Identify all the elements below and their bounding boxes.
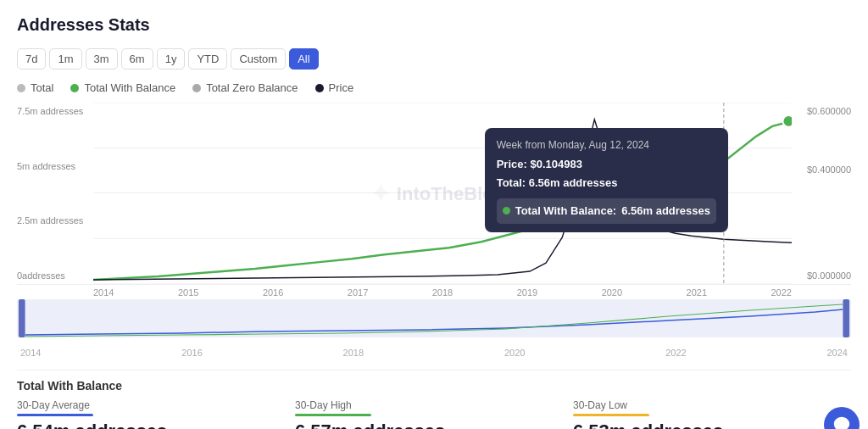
tooltip-highlight-label: Total With Balance: (515, 202, 617, 220)
legend-price: Price (315, 81, 354, 94)
time-filter-group: 7d 1m 3m 6m 1y YTD Custom All (17, 48, 851, 70)
y-right-label-00: $0.000000 (795, 270, 851, 281)
page-title: Addresses Stats (17, 15, 851, 35)
mini-x-2022: 2022 (665, 348, 686, 358)
y-axis-right: $0.600000 $0.400000 $0.000000 (792, 103, 851, 284)
x-label-2017: 2017 (348, 287, 368, 298)
mini-x-2014: 2014 (20, 348, 41, 358)
filter-1m[interactable]: 1m (49, 48, 81, 70)
filter-7d[interactable]: 7d (17, 48, 46, 70)
stats-section: Total With Balance 30-Day Average 6.54m … (17, 370, 851, 429)
tooltip-price: Price: $0.104983 (497, 155, 716, 174)
y-axis-left: 7.5m addresses 5m addresses 2.5m address… (17, 103, 93, 284)
tooltip-price-label: Price: (497, 158, 527, 170)
svg-rect-9 (843, 299, 849, 337)
stat-30day-avg: 30-Day Average 6.54m addresses (17, 399, 295, 429)
filter-all[interactable]: All (289, 48, 318, 70)
stat-30day-low: 30-Day Low 6.53m addresses Jul 16 2024 (573, 399, 851, 429)
tooltip-total-label: Total: (497, 176, 526, 189)
legend-total-label: Total (31, 81, 53, 94)
y-label-5m: 5m addresses (17, 161, 88, 171)
legend-total-with-balance: Total With Balance (70, 81, 175, 94)
mini-x-2024: 2024 (826, 348, 847, 358)
svg-rect-7 (17, 299, 851, 337)
stat-high-value: 6.57m addresses Aug 14 2024 (295, 421, 548, 429)
y-label-0: 0addresses (17, 270, 88, 281)
stat-low-number: 6.53m addresses (573, 421, 723, 429)
chart-wrapper: 7.5m addresses 5m addresses 2.5m address… (17, 103, 851, 358)
x-label-2022: 2022 (771, 287, 792, 298)
stat-high-header: 30-Day High (295, 399, 548, 411)
legend-total-dot (17, 84, 25, 92)
x-label-2020: 2020 (602, 287, 622, 298)
legend-balance-label: Total With Balance (84, 81, 175, 94)
tooltip-highlight-dot (503, 207, 510, 214)
legend-zero-dot (192, 84, 201, 92)
tooltip-total: Total: 6.56m addresses (497, 174, 716, 192)
mini-x-axis: 2014 2016 2018 2020 2022 2024 (17, 346, 851, 358)
filter-1y[interactable]: 1y (157, 48, 186, 70)
stat-low-underline (573, 414, 649, 416)
stat-avg-underline (17, 414, 93, 416)
legend-total: Total (17, 81, 53, 94)
mini-x-2016: 2016 (181, 348, 202, 358)
stat-low-value: 6.53m addresses Jul 16 2024 (573, 421, 826, 429)
chart-legend: Total Total With Balance Total Zero Bala… (17, 81, 851, 94)
stat-avg-header: 30-Day Average (17, 399, 270, 411)
filter-ytd[interactable]: YTD (188, 48, 227, 70)
stats-section-label: Total With Balance (17, 379, 851, 393)
filter-6m[interactable]: 6m (121, 48, 153, 70)
tooltip-highlight: Total With Balance: 6.56m addresses (497, 198, 716, 224)
tooltip-price-value: $0.104983 (530, 158, 581, 170)
x-label-2016: 2016 (263, 287, 283, 298)
x-label-2014: 2014 (93, 287, 114, 298)
stat-avg-number: 6.54m addresses (17, 421, 167, 429)
y-label-75m: 7.5m addresses (17, 106, 88, 116)
mini-x-2018: 2018 (343, 348, 364, 358)
legend-zero-label: Total Zero Balance (206, 81, 298, 94)
y-label-25m: 2.5m addresses (17, 215, 88, 226)
legend-zero-balance: Total Zero Balance (192, 81, 298, 94)
mini-chart[interactable] (17, 299, 851, 346)
legend-price-label: Price (329, 81, 354, 94)
stat-low-header: 30-Day Low (573, 399, 826, 411)
filter-3m[interactable]: 3m (86, 48, 118, 70)
tooltip-title: Week from Monday, Aug 12, 2024 (497, 136, 716, 153)
x-label-2019: 2019 (517, 287, 537, 298)
mini-x-2020: 2020 (504, 348, 525, 358)
stat-30day-high: 30-Day High 6.57m addresses Aug 14 2024 (295, 399, 573, 429)
chat-icon (832, 415, 851, 429)
filter-custom[interactable]: Custom (231, 48, 286, 70)
stat-high-underline (295, 414, 371, 416)
tooltip-total-value: 6.56m addresses (529, 176, 618, 189)
tooltip-highlight-value: 6.56m addresses (621, 202, 710, 220)
svg-point-6 (783, 115, 792, 127)
x-label-2021: 2021 (687, 287, 707, 298)
x-axis: 2014 2015 2016 2017 2018 2019 2020 2021 … (93, 285, 792, 298)
y-right-label-06: $0.600000 (795, 106, 851, 116)
stat-high-number: 6.57m addresses (295, 421, 445, 429)
y-right-label-04: $0.400000 (795, 164, 851, 175)
stats-row: 30-Day Average 6.54m addresses 30-Day Hi… (17, 399, 851, 429)
legend-balance-dot (70, 84, 79, 92)
tooltip: Week from Monday, Aug 12, 2024 Price: $0… (485, 128, 728, 232)
legend-price-dot (315, 84, 324, 92)
x-label-2015: 2015 (178, 287, 198, 298)
main-chart[interactable]: 7.5m addresses 5m addresses 2.5m address… (17, 103, 851, 285)
svg-rect-8 (19, 299, 25, 337)
chart-area: ✦ IntoTheBlock (93, 103, 792, 284)
x-label-2018: 2018 (432, 287, 453, 298)
mini-chart-svg (17, 299, 851, 346)
stat-avg-value: 6.54m addresses (17, 421, 270, 429)
